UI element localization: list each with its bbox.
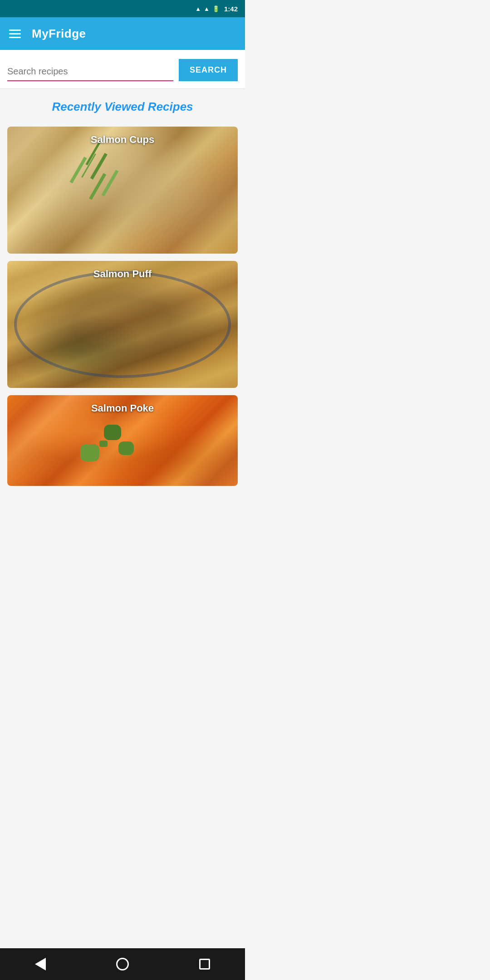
search-section: SEARCH [0,50,245,89]
recipe-image-salmon-cups [7,127,238,254]
app-bar: MyFridge [0,17,245,50]
search-input-wrapper [7,66,173,81]
section-title: Recently Viewed Recipes [7,100,238,114]
search-input[interactable] [7,66,173,81]
search-button[interactable]: SEARCH [179,59,238,81]
recipe-card-salmon-poke[interactable]: Salmon Poke [7,395,238,486]
battery-icon: 🔋 [212,5,220,12]
menu-button[interactable] [9,29,21,38]
app-title: MyFridge [32,27,86,41]
status-icons: ▲ ▲ 🔋 1:42 [195,5,238,13]
recipe-card-salmon-puff[interactable]: Salmon Puff [7,261,238,388]
clock: 1:42 [224,5,238,13]
signal-icon: ▲ [204,5,210,12]
recipe-image-salmon-puff [7,261,238,388]
recipe-title-salmon-cups: Salmon Cups [7,134,238,146]
wifi-icon: ▲ [195,5,201,12]
status-bar: ▲ ▲ 🔋 1:42 [0,0,245,17]
recipe-title-salmon-puff: Salmon Puff [7,268,238,280]
main-content: Recently Viewed Recipes Salmon Cups Salm… [0,89,245,534]
recipe-title-salmon-poke: Salmon Poke [7,402,238,414]
recipe-card-salmon-cups[interactable]: Salmon Cups [7,127,238,254]
